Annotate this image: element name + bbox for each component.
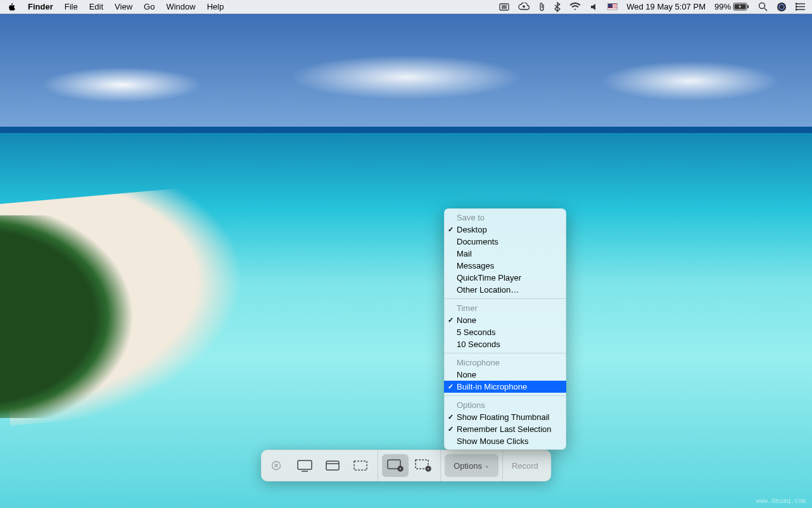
menu-item[interactable]: Messages xyxy=(444,260,566,272)
keyboard-viewer-icon[interactable] xyxy=(499,3,509,11)
screenshot-options-menu: Save to✓DesktopDocumentsMailMessagesQuic… xyxy=(444,208,566,450)
menu-view[interactable]: View xyxy=(115,2,132,11)
menu-item[interactable]: 10 Seconds xyxy=(444,338,566,350)
menu-divider xyxy=(444,353,566,353)
menu-item-label: Messages xyxy=(457,261,494,270)
svg-rect-5 xyxy=(747,5,749,8)
menu-item[interactable]: ✓Built-in Microphone xyxy=(444,381,566,393)
menubar: Finder File Edit View Go Window Help Wed… xyxy=(0,0,812,14)
cloud-sync-icon[interactable] xyxy=(518,3,530,11)
volume-icon[interactable] xyxy=(590,3,599,11)
desktop-wallpaper xyxy=(0,0,812,508)
menu-item[interactable]: Documents xyxy=(444,236,566,248)
menu-item-label: 10 Seconds xyxy=(457,340,500,349)
spotlight-icon[interactable] xyxy=(758,2,768,11)
record-button[interactable]: Record xyxy=(503,454,547,477)
menu-item[interactable]: None xyxy=(444,369,566,381)
close-toolbar-button[interactable] xyxy=(269,458,284,473)
menu-item-label: QuickTime Player xyxy=(457,273,521,283)
menu-go[interactable]: Go xyxy=(144,2,155,11)
menu-item-label: 5 Seconds xyxy=(457,327,495,337)
chevron-down-icon: ⌄ xyxy=(485,462,490,469)
checkmark-icon: ✓ xyxy=(448,425,454,433)
battery-status[interactable]: 99% xyxy=(714,2,749,11)
checkmark-icon: ✓ xyxy=(448,316,454,324)
menu-item-label: None xyxy=(457,370,476,379)
menu-item-label: None xyxy=(457,315,476,325)
menu-item-label: Built-in Microphone xyxy=(457,382,527,391)
menu-help[interactable]: Help xyxy=(207,2,224,11)
menu-divider xyxy=(444,395,566,396)
watermark: www.deuaq.com xyxy=(756,497,806,504)
svg-point-16 xyxy=(796,9,797,10)
checkmark-icon: ✓ xyxy=(448,413,454,421)
attachment-icon[interactable] xyxy=(538,2,545,12)
siri-icon[interactable] xyxy=(777,2,787,12)
menu-item-label: Desktop xyxy=(457,225,487,234)
menu-item[interactable]: ✓None xyxy=(444,314,566,326)
menu-section-header: Options xyxy=(444,398,566,411)
menu-edit[interactable]: Edit xyxy=(89,2,103,11)
menu-file[interactable]: File xyxy=(65,2,78,11)
svg-point-25 xyxy=(399,467,402,470)
menu-divider xyxy=(444,298,566,299)
menu-section-header: Microphone xyxy=(444,356,566,369)
svg-point-28 xyxy=(427,467,429,470)
menu-item-label: Show Mouse Clicks xyxy=(457,436,528,446)
menu-item[interactable]: ✓Desktop xyxy=(444,224,566,236)
capture-selection-button[interactable] xyxy=(347,454,374,477)
app-menu[interactable]: Finder xyxy=(28,2,53,11)
checkmark-icon: ✓ xyxy=(448,225,454,234)
notification-center-icon[interactable] xyxy=(796,3,806,11)
svg-rect-18 xyxy=(298,460,312,469)
svg-rect-22 xyxy=(354,461,367,470)
menu-window[interactable]: Window xyxy=(166,2,195,11)
menu-item-label: Mail xyxy=(457,249,472,258)
svg-point-9 xyxy=(777,3,786,11)
svg-point-15 xyxy=(796,6,797,8)
svg-line-8 xyxy=(764,8,767,11)
options-button[interactable]: Options ⌄ xyxy=(445,454,498,477)
menu-section-header: Timer xyxy=(444,302,566,314)
menu-item-label: Show Floating Thumbnail xyxy=(457,412,549,422)
menu-item-label: Documents xyxy=(457,237,498,246)
input-source-flag-icon[interactable] xyxy=(607,3,618,10)
battery-icon xyxy=(733,3,749,11)
menu-item[interactable]: Show Mouse Clicks xyxy=(444,435,566,447)
record-entire-screen-button[interactable] xyxy=(382,454,409,477)
menubar-datetime[interactable]: Wed 19 May 5:07 PM xyxy=(626,2,706,11)
apple-menu-icon[interactable] xyxy=(8,3,16,11)
record-selection-button[interactable] xyxy=(410,454,436,477)
bluetooth-icon[interactable] xyxy=(554,2,561,12)
menu-item[interactable]: 5 Seconds xyxy=(444,326,566,338)
menu-item[interactable]: Mail xyxy=(444,248,566,260)
menu-section-header: Save to xyxy=(444,211,566,224)
menu-item[interactable]: Other Location… xyxy=(444,284,566,296)
checkmark-icon: ✓ xyxy=(448,383,454,391)
wifi-icon[interactable] xyxy=(569,3,581,11)
capture-window-button[interactable] xyxy=(319,454,346,477)
svg-point-14 xyxy=(796,3,797,4)
screenshot-toolbar: Options ⌄ Record xyxy=(261,450,551,481)
menu-item-label: Other Location… xyxy=(457,285,519,295)
menu-item[interactable]: ✓Remember Last Selection xyxy=(444,423,566,435)
menu-item-label: Remember Last Selection xyxy=(457,424,552,434)
svg-rect-20 xyxy=(326,461,339,470)
menu-item[interactable]: ✓Show Floating Thumbnail xyxy=(444,411,566,423)
menu-item[interactable]: QuickTime Player xyxy=(444,272,566,284)
svg-point-7 xyxy=(759,3,765,9)
capture-entire-screen-button[interactable] xyxy=(291,454,318,477)
